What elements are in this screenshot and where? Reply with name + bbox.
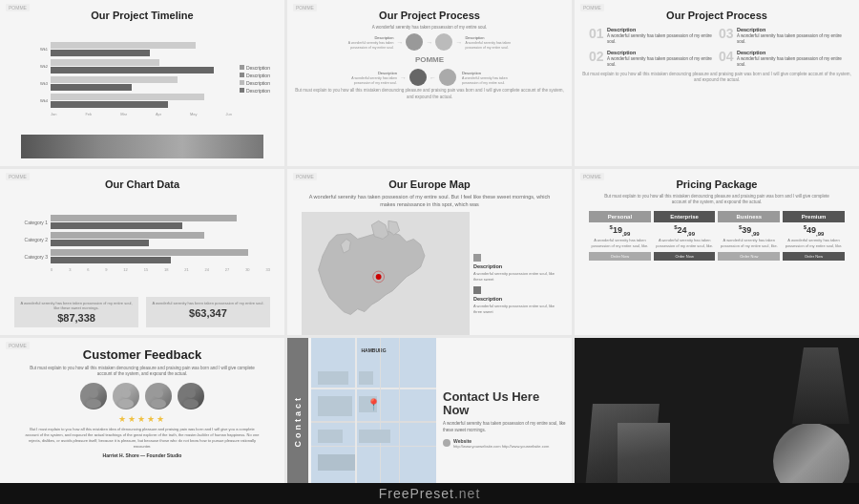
avatar-4 — [178, 383, 204, 410]
slide-2-title: Our Project Process — [379, 10, 480, 21]
svg-point-7 — [154, 388, 163, 398]
process-grid: 01 DescriptionA wonderful serenity has t… — [589, 27, 845, 68]
pricing-price-business: $39,99 — [739, 224, 760, 237]
pomme-tag-6: POMME — [580, 173, 604, 180]
feedback-quote: But I must explain to you how all this m… — [24, 427, 261, 450]
chart-x-axis: 03691215182124273033 — [14, 267, 270, 272]
chart-row-2: Category 2 — [14, 232, 270, 246]
pricing-price-enterprise: $24,99 — [674, 224, 695, 237]
process-num-03: 03 — [719, 27, 734, 40]
pricing-btn-business[interactable]: Order Now — [718, 252, 780, 261]
website-icon — [443, 439, 450, 447]
watermark-suffix: .net — [454, 486, 480, 501]
slide-5-map: POMME Our Europe Map A wonderful serenit… — [287, 169, 572, 335]
timeline-row-3: Wk3 — [14, 76, 232, 91]
svg-point-8 — [151, 399, 166, 409]
process-desc-2: DescriptionA wonderful serenity has take… — [465, 35, 513, 50]
map-city-label: HAMBURG — [361, 347, 386, 353]
chart-stats: A wonderful serenity has been taken poss… — [14, 297, 270, 327]
process-circle-3 — [409, 69, 427, 86]
pricing-price-personal: $19,99 — [610, 224, 631, 237]
timeline-label-4: Wk4 — [14, 98, 48, 103]
pricing-desc-business: A wonderful serenity has taken possessio… — [718, 238, 780, 247]
building-background — [575, 338, 859, 504]
timeline-x-axis: JanFebMarAprMayJun — [14, 112, 232, 116]
process-item-01: 01 DescriptionA wonderful serenity has t… — [589, 27, 715, 46]
slide-1-timeline: POMME Our Project Timeline Wk1 Wk2 — [0, 0, 284, 166]
feedback-stars: ★★★★★ — [118, 414, 166, 424]
pricing-btn-personal[interactable]: Order Now — [589, 252, 651, 261]
contact-map: HAMBURG 📍 — [311, 338, 436, 504]
slide-3-footer: But must explain to you how all this mis… — [582, 72, 851, 84]
chart-row-3: Category 3 — [14, 249, 270, 263]
pricing-enterprise: Enterprise $24,99 A wonderful serenity h… — [654, 211, 716, 261]
pricing-personal: Personal $19,99 A wonderful serenity has… — [589, 211, 651, 261]
process-row-top: DescriptionA wonderful serenity has take… — [302, 33, 557, 51]
feedback-avatars — [80, 383, 204, 410]
timeline-label-3: Wk3 — [14, 81, 48, 86]
process-num-01: 01 — [589, 27, 604, 40]
chart-label-2: Category 2 — [14, 237, 48, 242]
slide-3-title: Our Project Process — [666, 10, 767, 21]
timeline-label-1: Wk1 — [14, 47, 48, 52]
watermark-text: FreePreset.net — [379, 486, 481, 501]
svg-point-6 — [118, 399, 134, 409]
pomme-tag-2: POMME — [293, 4, 317, 11]
stat-1-value: $87,338 — [57, 312, 95, 324]
timeline-row-1: Wk1 — [14, 42, 232, 56]
svg-point-5 — [121, 388, 131, 398]
map-pin: 📍 — [367, 398, 381, 411]
slide-4-title: Our Chart Data — [105, 178, 179, 190]
pomme-tag-7: POMME — [6, 342, 30, 349]
process-desc-3: DescriptionA wonderful serenity has take… — [349, 71, 397, 85]
pricing-name-personal: Personal — [589, 211, 651, 222]
slide-5-title: Our Europe Map — [388, 178, 471, 190]
pricing-desc-premium: A wonderful serenity has taken possessio… — [783, 238, 845, 247]
svg-point-4 — [86, 399, 101, 409]
slide-3-process-numbered: POMME Our Project Process 01 Description… — [575, 0, 859, 166]
chart-row-1: Category 1 — [14, 215, 270, 229]
pricing-btn-premium[interactable]: Order Now — [783, 252, 845, 261]
pricing-name-business: Business — [718, 211, 780, 222]
map-svg — [302, 212, 470, 335]
pricing-name-enterprise: Enterprise — [654, 211, 716, 222]
europe-svg — [302, 212, 470, 335]
chart-stat-2: A wonderful serenity has been taken poss… — [146, 297, 270, 327]
avatar-2 — [113, 383, 139, 410]
timeline-label-2: Wk2 — [14, 64, 48, 69]
slide-1-title: Our Project Timeline — [91, 10, 193, 21]
pomme-tag-1: POMME — [6, 4, 30, 11]
avatar-1 — [80, 383, 107, 410]
pricing-business: Business $39,99 A wonderful serenity has… — [718, 211, 780, 261]
slide-8-contact: Contact HAMBURG 📍 — [287, 338, 572, 504]
pricing-premium: Premium $49,99 A wonderful serenity has … — [783, 211, 845, 261]
map-legend: Description A wonderful serenity possess… — [473, 212, 557, 335]
slide-2-footer: But must explain to you how all this mis… — [295, 88, 564, 100]
contact-title: Contact Us Here Now — [443, 390, 568, 418]
map-legend-2: Description A wonderful serenity possess… — [473, 286, 557, 315]
stat-2-desc: A wonderful serenity has been taken poss… — [152, 301, 263, 305]
building-shape-2 — [618, 423, 670, 490]
contact-desc: A wonderful serenity has taken possessio… — [443, 421, 568, 433]
process-item-02: 02 DescriptionA wonderful serenity has t… — [589, 50, 715, 69]
contact-sidebar-label: Contact — [293, 395, 303, 448]
process-circle-4 — [439, 69, 456, 86]
feedback-desc: But must explain to you how all this mis… — [24, 366, 261, 378]
slide-4-chart: POMME Our Chart Data Category 1 Category… — [0, 169, 284, 335]
map-legend-1: Description A wonderful serenity possess… — [473, 254, 557, 283]
process-circle-2 — [435, 33, 452, 51]
pricing-grid: Personal $19,99 A wonderful serenity has… — [589, 211, 845, 261]
stat-1-desc: A wonderful serenity has been taken poss… — [18, 301, 135, 310]
pricing-desc-personal: A wonderful serenity has taken possessio… — [589, 238, 651, 247]
slide-2-desc: A wonderful serenity has taken possessio… — [372, 25, 488, 31]
pomme-tag-4: POMME — [6, 173, 30, 180]
process-item-04: 04 DescriptionA wonderful serenity has t… — [719, 50, 845, 69]
pricing-price-premium: $49,99 — [804, 224, 825, 237]
slide-7-feedback: POMME Customer Feedback But must explain… — [0, 338, 284, 504]
stat-2-value: $63,347 — [189, 307, 227, 319]
timeline-row-4: Wk4 — [14, 94, 232, 108]
pricing-btn-enterprise[interactable]: Order Now — [654, 252, 716, 261]
pricing-desc-enterprise: A wonderful serenity has taken possessio… — [654, 238, 716, 247]
svg-point-1 — [376, 274, 382, 280]
process-row-bottom: DescriptionA wonderful serenity has take… — [302, 69, 557, 86]
